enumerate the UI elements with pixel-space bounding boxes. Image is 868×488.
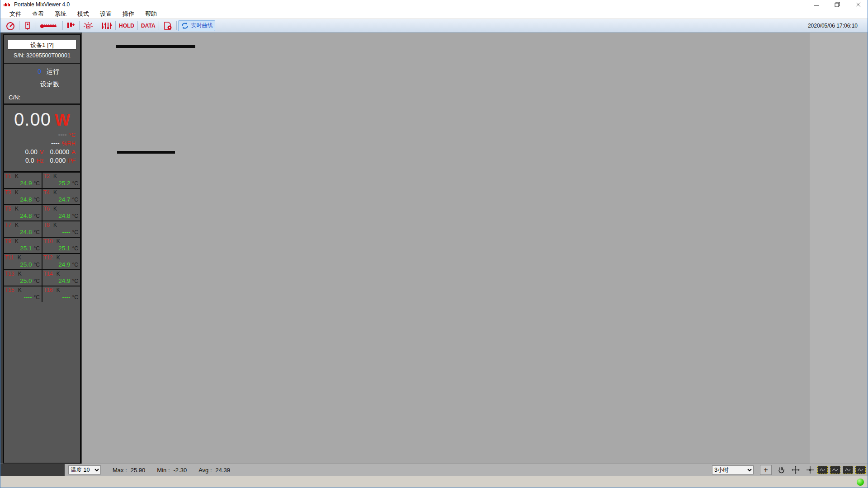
channel-unit: °C [34, 262, 40, 268]
menu-item-2[interactable]: 查看 [27, 9, 49, 19]
current-unit: A [71, 149, 75, 155]
device-serial: S/N: 32095500T00001 [4, 52, 80, 59]
channel-id: T5 [5, 206, 11, 212]
minimize-button[interactable] [806, 0, 827, 9]
title-bar: Portable MixViewer 4.0 [0, 0, 868, 9]
data-button[interactable]: DATA [139, 20, 157, 31]
channel-unit: °C [34, 278, 40, 284]
channel-value: ---- [62, 294, 71, 300]
chart-footer-bar: 温度 10 Max :25.90 Min :-2.30 Avg :24.39 3… [0, 464, 868, 476]
channel-cell-T5: T5K24.8°C [4, 205, 42, 221]
zoom-preset-xy-button[interactable] [855, 466, 866, 474]
channel-value: 25.0 [20, 261, 32, 268]
channel-id: T11 [5, 254, 14, 261]
channel-id: T10 [43, 238, 53, 244]
channel-cell-T12: T12K24.9°C [42, 254, 80, 269]
channel-cell-T4: T4K24.7°C [42, 189, 80, 204]
toolbar-separator [115, 21, 116, 30]
frequency-unit: Hz [36, 157, 43, 164]
channel-cell-T3: T3K24.8°C [4, 189, 42, 204]
channel-value: 24.8 [20, 212, 32, 219]
toolbar-separator [36, 21, 36, 30]
zoom-preset-fit-button[interactable] [817, 466, 828, 474]
channel-cell-T15: T15K----°C [4, 286, 42, 302]
realtime-curve-button[interactable]: 实时曲线 [178, 20, 215, 31]
channel-type: K [57, 271, 60, 277]
channel-id: T3 [5, 189, 11, 196]
channel-type: K [57, 287, 60, 293]
pan-hand-icon[interactable] [776, 465, 786, 475]
min-value: -2.30 [174, 467, 187, 474]
zoom-preset-y-button[interactable] [843, 466, 853, 474]
channel-type: K [18, 287, 22, 293]
channel-cell-T14: T14K24.9°C [42, 270, 80, 286]
channel-value: 25.1 [20, 245, 32, 252]
bottom-chart-tooltip [117, 151, 175, 154]
crosshair-icon[interactable] [805, 465, 815, 475]
channel-type: K [15, 173, 19, 179]
zoom-in-button[interactable]: + [760, 465, 772, 475]
status-bar [0, 476, 868, 488]
legend-panel [810, 33, 868, 464]
channel-unit: °C [34, 229, 40, 235]
channel-cell-T2: T2K25.2°C [42, 173, 80, 188]
channels-button[interactable] [99, 20, 114, 31]
menu-item-1[interactable]: 文件 [4, 9, 27, 19]
toolbar-separator [19, 21, 19, 30]
menu-item-5[interactable]: 设置 [94, 9, 117, 19]
meter-button[interactable] [3, 20, 18, 31]
channel-type: K [18, 254, 21, 261]
channel-id: T15 [5, 287, 14, 293]
close-button[interactable] [848, 0, 868, 9]
ambient-rh-value: ---- [51, 140, 60, 147]
channel-select[interactable]: 温度 10 [68, 465, 101, 474]
channel-cell-T9: T9K25.1°C [4, 238, 42, 253]
thermometer-button[interactable] [38, 20, 61, 31]
avg-value: 24.39 [216, 467, 231, 474]
ambient-temp-value: ---- [58, 131, 67, 138]
record-export-button[interactable] [160, 20, 175, 31]
channel-cell-T1: T1K24.9°C [4, 173, 42, 188]
channel-unit: °C [72, 294, 78, 300]
menu-item-4[interactable]: 模式 [72, 9, 94, 19]
channel-unit: °C [72, 180, 78, 187]
time-range-select[interactable]: 3小时 [712, 465, 754, 474]
channel-value: 24.8 [58, 212, 70, 219]
channel-cell-T10: T10K25.1°C [42, 238, 80, 253]
alarm-button[interactable] [81, 20, 95, 31]
run-status: 0运行 [9, 68, 75, 76]
channel-unit: °C [72, 262, 78, 268]
restore-button[interactable] [827, 0, 848, 9]
channel-cell-T7: T7K24.8°C [4, 221, 42, 237]
channel-unit: °C [72, 229, 78, 235]
channel-type: K [53, 189, 57, 196]
channel-value: 25.1 [58, 245, 70, 252]
toolbar-separator [159, 21, 159, 30]
channel-value: ---- [62, 229, 71, 235]
channel-unit: °C [72, 278, 78, 284]
menu-item-6[interactable]: 操作 [117, 9, 140, 19]
channel-type: K [15, 222, 19, 228]
power-value: 0.00 [14, 109, 51, 129]
voltage-current-chart[interactable] [83, 33, 809, 144]
channel-unit: °C [34, 294, 40, 300]
power-panel: 0.00W ----°C ----%RH 0.00V0.0000A 0.0Hz0… [4, 103, 80, 168]
hold-button[interactable]: HOLD [117, 20, 136, 31]
min-label: Min : [157, 467, 170, 474]
channel-value: 24.9 [58, 277, 70, 284]
zoom-preset-x-button[interactable] [830, 466, 840, 474]
probe-button[interactable] [21, 20, 34, 31]
move-axes-icon[interactable] [791, 465, 801, 475]
pf-value: 0.000 [50, 157, 66, 164]
voltage-add-button[interactable] [64, 20, 78, 31]
channel-id: T7 [5, 222, 11, 228]
channel-unit: °C [72, 213, 78, 219]
device-title[interactable]: 设备1 [?] [8, 40, 76, 50]
channel-cell-T6: T6K24.8°C [42, 205, 80, 221]
channel-type: K [15, 238, 19, 244]
channel-id: T2 [43, 173, 50, 179]
menu-item-7[interactable]: 帮助 [140, 9, 162, 19]
temperature-chart[interactable] [83, 144, 809, 464]
menu-item-3[interactable]: 系统 [49, 9, 72, 19]
app-logo-icon [3, 2, 11, 7]
